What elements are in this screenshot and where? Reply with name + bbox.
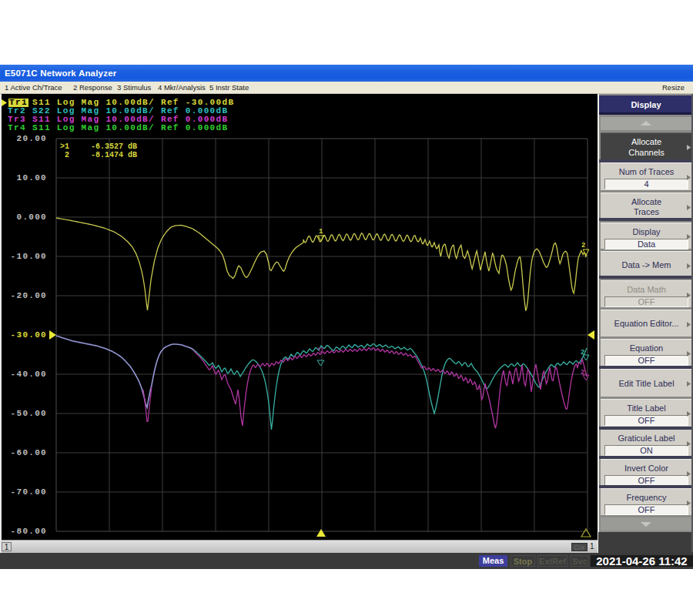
- svg-text:2: 2: [581, 349, 584, 357]
- svg-text:2: 2: [581, 242, 585, 249]
- svg-text:1: 1: [319, 228, 323, 236]
- svg-text:2: 2: [581, 369, 584, 377]
